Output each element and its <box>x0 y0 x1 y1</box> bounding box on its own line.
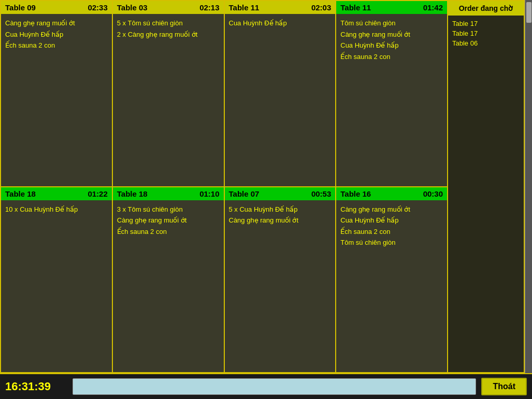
sidebar-item: Table 17 <box>452 20 520 27</box>
table-name: Table 03 <box>117 3 148 12</box>
table-card-table-11a[interactable]: Table 1102:03Cua Huỳnh Đế hấp <box>225 1 337 187</box>
table-item: Ếch sauna 2 con <box>5 40 108 51</box>
tables-grid: Table 0902:33Càng ghẹ rang muối ớtCua Hu… <box>0 0 448 373</box>
table-body-table-11b: Tôm sú chiên giònCàng ghẹ rang muối ớtCu… <box>336 14 447 186</box>
table-time: 02:13 <box>199 3 219 12</box>
table-item: Cua Huỳnh Đế hấp <box>340 215 443 226</box>
table-header-table-11a: Table 1102:03 <box>225 1 336 14</box>
table-item: 3 x Tôm sú chiên giòn <box>117 204 220 215</box>
content-area: Table 0902:33Càng ghẹ rang muối ớtCua Hu… <box>0 0 532 373</box>
table-item: Càng ghẹ rang muối ớt <box>229 215 332 226</box>
table-body-table-07: 5 x Cua Huỳnh Đế hấpCàng ghẹ rang muối ớ… <box>225 200 336 373</box>
exit-button[interactable]: Thoát <box>481 378 527 395</box>
table-time: 02:33 <box>88 3 107 12</box>
table-header-table-16: Table 1600:30 <box>336 187 447 200</box>
table-header-table-18b: Table 1801:10 <box>113 187 224 200</box>
table-name: Table 11 <box>229 3 260 12</box>
table-header-table-11b: Table 1101:42 <box>336 1 447 14</box>
table-body-table-09: Càng ghẹ rang muối ớtCua Huỳnh Đế hấpẾch… <box>1 14 112 186</box>
table-card-table-18a[interactable]: Table 1801:2210 x Cua Huỳnh Đế hấp <box>1 187 113 374</box>
table-time: 01:42 <box>423 3 443 12</box>
table-item: 2 x Càng ghẹ rang muối ớt <box>117 29 220 40</box>
table-card-table-16[interactable]: Table 1600:30Càng ghẹ rang muối ớtCua Hu… <box>336 187 448 374</box>
table-time: 01:22 <box>88 189 107 198</box>
sidebar-item: Table 17 <box>452 29 520 37</box>
table-item: Càng ghẹ rang muối ớt <box>340 29 443 40</box>
scrollbar-thumb[interactable] <box>526 2 531 23</box>
sidebar: Order đang chờ Table 17Table 17Table 06 <box>448 0 525 373</box>
table-item: Tôm sú chiên giòn <box>340 238 443 248</box>
table-header-table-07: Table 0700:53 <box>225 187 336 200</box>
table-name: Table 18 <box>5 189 36 198</box>
table-header-table-18a: Table 1801:22 <box>1 187 112 200</box>
table-card-table-07[interactable]: Table 0700:535 x Cua Huỳnh Đế hấpCàng gh… <box>225 187 337 374</box>
sidebar-header: Order đang chờ <box>448 1 524 16</box>
sidebar-item: Table 06 <box>452 39 520 47</box>
table-item: Cua Huỳnh Đế hấp <box>5 29 108 40</box>
table-name: Table 09 <box>5 3 36 12</box>
table-card-table-03[interactable]: Table 0302:135 x Tôm sú chiên giòn2 x Cà… <box>113 1 225 187</box>
table-item: Càng ghẹ rang muối ớt <box>340 204 443 215</box>
table-item: Cua Huỳnh Đế hấp <box>229 18 332 28</box>
table-body-table-03: 5 x Tôm sú chiên giòn2 x Càng ghẹ rang m… <box>113 14 224 186</box>
table-time: 01:10 <box>199 189 219 198</box>
table-time: 00:30 <box>423 189 443 198</box>
table-time: 02:03 <box>311 3 331 12</box>
table-body-table-11a: Cua Huỳnh Đế hấp <box>225 14 336 186</box>
table-item: 5 x Tôm sú chiên giòn <box>117 18 220 28</box>
table-header-table-03: Table 0302:13 <box>113 1 224 14</box>
table-item: Ếch sauna 2 con <box>117 227 220 237</box>
table-body-table-16: Càng ghẹ rang muối ớtCua Huỳnh Đế hấpẾch… <box>336 200 447 373</box>
table-item: 10 x Cua Huỳnh Đế hấp <box>5 204 108 215</box>
sidebar-body: Table 17Table 17Table 06 <box>448 16 524 372</box>
table-item: Cua Huỳnh Đế hấp <box>340 40 443 51</box>
table-body-table-18a: 10 x Cua Huỳnh Đế hấp <box>1 200 112 373</box>
table-card-table-11b[interactable]: Table 1101:42Tôm sú chiên giònCàng ghẹ r… <box>336 1 448 187</box>
table-body-table-18b: 3 x Tôm sú chiên giònCàng ghẹ rang muối … <box>113 200 224 373</box>
table-name: Table 16 <box>340 189 371 198</box>
clock: 16:31:39 <box>5 380 67 393</box>
table-item: Càng ghẹ rang muối ớt <box>5 18 108 28</box>
table-item: Tôm sú chiên giòn <box>340 18 443 28</box>
table-item: Càng ghẹ rang muối ớt <box>117 215 220 226</box>
bottom-bar: 16:31:39 Thoát <box>0 373 532 399</box>
table-name: Table 07 <box>229 189 260 198</box>
search-input[interactable] <box>73 378 476 395</box>
table-name: Table 11 <box>340 3 371 12</box>
table-header-table-09: Table 0902:33 <box>1 1 112 14</box>
table-time: 00:53 <box>311 189 331 198</box>
table-name: Table 18 <box>117 189 148 198</box>
main-container: Table 0902:33Càng ghẹ rang muối ớtCua Hu… <box>0 0 532 399</box>
table-item: Ếch sauna 2 con <box>340 52 443 62</box>
scrollbar[interactable] <box>525 0 532 373</box>
table-card-table-09[interactable]: Table 0902:33Càng ghẹ rang muối ớtCua Hu… <box>1 1 113 187</box>
table-item: 5 x Cua Huỳnh Đế hấp <box>229 204 332 215</box>
table-card-table-18b[interactable]: Table 1801:103 x Tôm sú chiên giònCàng g… <box>113 187 225 374</box>
table-item: Ếch sauna 2 con <box>340 227 443 237</box>
